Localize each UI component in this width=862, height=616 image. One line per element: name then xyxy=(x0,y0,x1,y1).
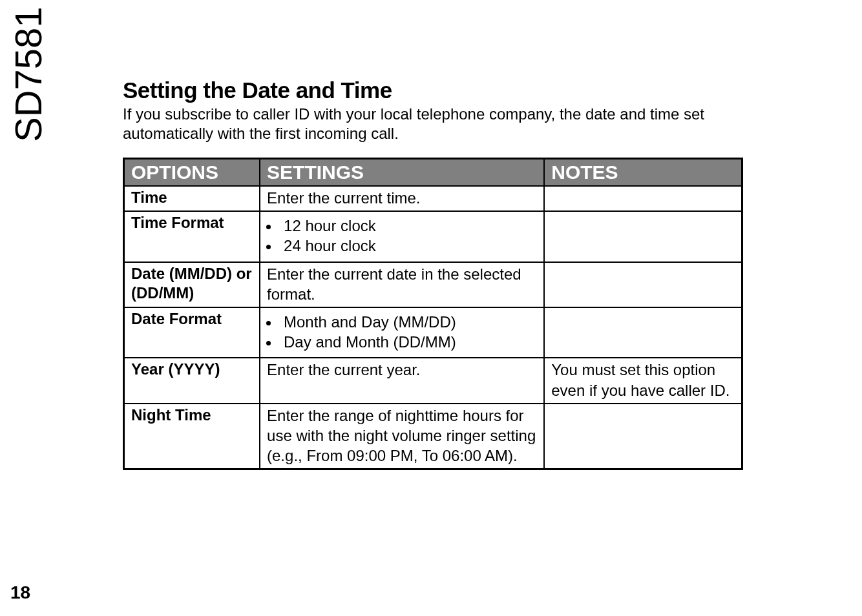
page-number: 18 xyxy=(10,582,30,603)
settings-bullet-list: 12 hour clock24 hour clock xyxy=(280,216,537,256)
settings-bullet-item: Month and Day (MM/DD) xyxy=(280,312,537,332)
option-cell: Time xyxy=(124,186,260,211)
option-cell: Date (MM/DD) or (DD/MM) xyxy=(124,262,260,307)
notes-cell: You must set this option even if you hav… xyxy=(544,358,742,403)
settings-cell: Enter the current date in the selected f… xyxy=(260,262,544,307)
settings-cell: Enter the current time. xyxy=(260,186,544,211)
table-row: Date (MM/DD) or (DD/MM)Enter the current… xyxy=(124,262,742,307)
intro-paragraph: If you subscribe to caller ID with your … xyxy=(123,105,743,143)
settings-cell: 12 hour clock24 hour clock xyxy=(260,211,544,262)
option-cell: Time Format xyxy=(124,211,260,262)
settings-text: Enter the current time. xyxy=(267,188,537,208)
table-row: Night TimeEnter the range of nighttime h… xyxy=(124,404,742,469)
settings-bullet-list: Month and Day (MM/DD)Day and Month (DD/M… xyxy=(280,312,537,352)
table-row: Year (YYYY)Enter the current year.You mu… xyxy=(124,358,742,403)
option-cell: Night Time xyxy=(124,404,260,469)
notes-cell xyxy=(544,307,742,358)
table-body: TimeEnter the current time.Time Format12… xyxy=(124,186,742,469)
settings-cell: Enter the range of nighttime hours for u… xyxy=(260,404,544,469)
th-options: OPTIONS xyxy=(124,159,260,187)
settings-text: Enter the current date in the selected f… xyxy=(267,264,537,304)
option-cell: Date Format xyxy=(124,307,260,358)
table-row: Date FormatMonth and Day (MM/DD)Day and … xyxy=(124,307,742,358)
th-notes: NOTES xyxy=(544,159,742,187)
settings-cell: Enter the current year. xyxy=(260,358,544,403)
table-row: Time Format12 hour clock24 hour clock xyxy=(124,211,742,262)
notes-text: You must set this option even if you hav… xyxy=(551,360,735,400)
notes-cell xyxy=(544,211,742,262)
th-settings: SETTINGS xyxy=(260,159,544,187)
settings-text: Enter the current year. xyxy=(267,360,537,380)
notes-cell xyxy=(544,404,742,469)
table-row: TimeEnter the current time. xyxy=(124,186,742,211)
table-header-row: OPTIONS SETTINGS NOTES xyxy=(124,159,742,187)
notes-cell xyxy=(544,262,742,307)
settings-text: Enter the range of nighttime hours for u… xyxy=(267,406,537,466)
settings-bullet-item: Day and Month (DD/MM) xyxy=(280,332,537,352)
main-content: Setting the Date and Time If you subscri… xyxy=(123,77,743,470)
notes-cell xyxy=(544,186,742,211)
settings-bullet-item: 12 hour clock xyxy=(280,216,537,236)
option-cell: Year (YYYY) xyxy=(124,358,260,403)
section-heading: Setting the Date and Time xyxy=(123,77,743,103)
settings-table: OPTIONS SETTINGS NOTES TimeEnter the cur… xyxy=(123,158,743,470)
settings-cell: Month and Day (MM/DD)Day and Month (DD/M… xyxy=(260,307,544,358)
settings-bullet-item: 24 hour clock xyxy=(280,236,537,256)
side-title: SD7581 User Guide xyxy=(6,0,50,142)
